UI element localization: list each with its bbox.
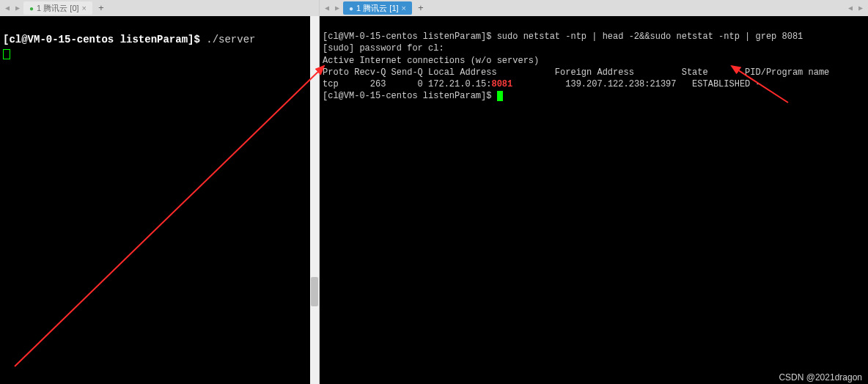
prompt-text: [cl@VM-0-15-centos listenParam]$ bbox=[3, 34, 206, 45]
left-pane: ◀ ▶ ● 1 腾讯云 [0] × + [cl@VM-0-15-centos l… bbox=[0, 0, 320, 384]
prompt-text: [cl@VM-0-15-centos listenParam]$ bbox=[323, 91, 497, 101]
tab-right[interactable]: ● 1 腾讯云 [1] × bbox=[343, 1, 412, 15]
tab-left[interactable]: ● 1 腾讯云 [0] × bbox=[23, 1, 92, 15]
chevron-right-icon[interactable]: ▶ bbox=[333, 4, 342, 12]
output-row-left: tcp 263 0 172.21.0.15: bbox=[323, 79, 491, 89]
prompt-text: [cl@VM-0-15-centos listenParam]$ bbox=[323, 32, 497, 42]
output-header: Proto Recv-Q Send-Q Local Address Foreig… bbox=[323, 67, 829, 78]
add-tab-button[interactable]: + bbox=[94, 3, 108, 14]
cursor-icon bbox=[497, 91, 503, 101]
close-icon[interactable]: × bbox=[402, 4, 406, 12]
chevron-left-icon[interactable]: ◀ bbox=[323, 4, 331, 12]
chevron-left-icon[interactable]: ◀ bbox=[846, 4, 855, 12]
cursor-icon bbox=[3, 49, 10, 59]
left-tabbar: ◀ ▶ ● 1 腾讯云 [0] × + bbox=[0, 0, 319, 16]
scrollbar-thumb[interactable] bbox=[311, 277, 318, 306]
watermark: CSDN @2021dragon bbox=[779, 372, 862, 383]
right-terminal[interactable]: [cl@VM-0-15-centos listenParam]$ sudo ne… bbox=[320, 16, 868, 384]
command-text: sudo netstat -ntp | head -2&&sudo netsta… bbox=[497, 32, 803, 42]
output-foreign: 139.207.122.238:21397 bbox=[565, 79, 676, 89]
right-pane: ◀ ▶ ● 1 腾讯云 [1] × + ◀ ▶ [cl@VM-0-15-cent… bbox=[320, 0, 868, 384]
command-text: ./server bbox=[206, 34, 255, 45]
right-tabbar: ◀ ▶ ● 1 腾讯云 [1] × + ◀ ▶ bbox=[320, 0, 868, 16]
output-state: ESTABLISHED bbox=[692, 79, 750, 89]
status-dot-icon: ● bbox=[29, 4, 34, 12]
chevron-left-icon[interactable]: ◀ bbox=[3, 4, 12, 12]
tab-label: 1 腾讯云 [1] bbox=[356, 3, 398, 14]
status-dot-icon: ● bbox=[349, 4, 353, 12]
output-prog: - bbox=[756, 79, 761, 89]
scrollbar[interactable] bbox=[310, 16, 319, 384]
chevron-right-icon[interactable]: ▶ bbox=[856, 4, 865, 12]
tab-label: 1 腾讯云 [0] bbox=[37, 3, 78, 14]
output-line: Active Internet connections (w/o servers… bbox=[323, 56, 539, 66]
add-tab-button[interactable]: + bbox=[413, 3, 428, 14]
output-line: [sudo] password for cl: bbox=[323, 43, 444, 53]
highlighted-port: 8081 bbox=[491, 79, 512, 89]
left-terminal[interactable]: [cl@VM-0-15-centos listenParam]$ ./serve… bbox=[0, 16, 319, 384]
chevron-right-icon[interactable]: ▶ bbox=[13, 4, 22, 12]
close-icon[interactable]: × bbox=[82, 4, 87, 12]
